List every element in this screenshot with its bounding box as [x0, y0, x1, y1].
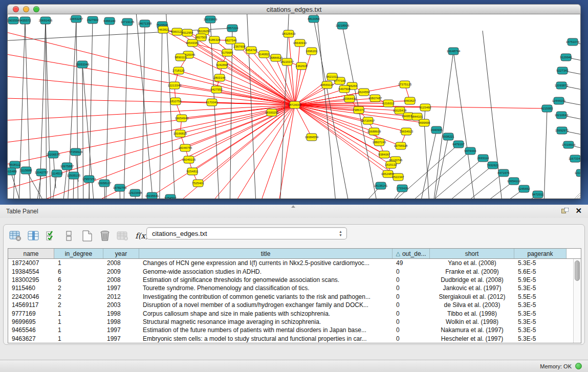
network-node-17016504[interactable]: 17016504 [562, 141, 576, 148]
network-node-15751074[interactable]: 15751074 [566, 38, 580, 46]
network-node-10653287[interactable]: 10653287 [70, 15, 83, 23]
network-node-20364436[interactable]: 20364436 [343, 95, 357, 102]
citation-edge[interactable] [8, 72, 295, 105]
citation-edge[interactable] [406, 165, 493, 199]
cell-year[interactable]: 1998 [103, 318, 139, 325]
cell-year[interactable]: 2012 [103, 293, 139, 300]
network-node-7463822[interactable]: 7463822 [157, 26, 169, 33]
cell-name[interactable]: 14569117 [8, 301, 54, 309]
network-node-9699695[interactable]: 9699695 [418, 119, 430, 126]
network-node-9254502[interactable]: 9254502 [164, 194, 177, 199]
cell-pagerank[interactable]: 5.6E-5 [514, 268, 567, 275]
citation-edge[interactable] [198, 105, 295, 183]
network-node-7525401[interactable]: 7525401 [192, 180, 204, 187]
network-window[interactable]: citations_edges.txt 94355722069140610653… [7, 4, 581, 199]
network-node-6466140[interactable]: 6466140 [103, 17, 116, 25]
network-node-19756928[interactable]: 19756928 [394, 142, 408, 149]
cell-in_degree[interactable]: 1 [54, 259, 103, 267]
network-node-16782759[interactable]: 16782759 [113, 184, 127, 191]
column-header-in_degree[interactable]: in_degree [54, 249, 103, 258]
cell-in_degree[interactable]: 6 [54, 268, 103, 275]
citation-edge[interactable] [424, 123, 429, 199]
network-node-7857224[interactable]: 7857224 [226, 25, 238, 32]
cell-short[interactable]: Tibbo et al. (1998) [430, 310, 514, 317]
table-row[interactable]: 969969511998Structural magnetic resonanc… [8, 318, 581, 326]
cell-title[interactable]: Tourette syndrome. Phenomenology and cla… [139, 285, 393, 292]
cell-short[interactable]: Yano et al. (2008) [430, 259, 514, 267]
citation-edge[interactable] [192, 43, 295, 105]
network-node-17957254[interactable]: 17957254 [82, 176, 96, 183]
table-row[interactable]: 911546021997Tourette syndrome. Phenomeno… [8, 284, 581, 292]
network-node-1696201[interactable]: 1696201 [306, 48, 318, 55]
citation-edge[interactable] [165, 14, 176, 199]
cell-out_degree[interactable]: 0 [393, 276, 430, 283]
cell-title[interactable]: Investigating the contribution of common… [139, 293, 393, 300]
citation-edge[interactable] [272, 105, 295, 199]
cell-short[interactable]: Hescheler et al. (1997) [430, 335, 514, 342]
cell-title[interactable]: Genome-wide association studies in ADHD. [139, 268, 393, 275]
table-row[interactable]: 1872400712008Changes of HCN gene express… [8, 259, 581, 267]
network-node-9242848[interactable]: 9242848 [216, 61, 228, 69]
network-node-16543382[interactable]: 16543382 [186, 39, 200, 47]
cell-pagerank[interactable]: 5.9E-5 [514, 276, 567, 283]
citation-edge[interactable] [246, 14, 256, 199]
network-node-1362615[interactable]: 1362615 [295, 62, 308, 70]
cell-year[interactable]: 1997 [103, 285, 139, 292]
cell-in_degree[interactable]: 1 [54, 335, 103, 342]
cell-in_degree[interactable]: 1 [54, 310, 103, 317]
network-node-15992971[interactable]: 15992971 [555, 127, 569, 134]
delete-table-icon[interactable] [116, 229, 129, 243]
cell-in_degree[interactable]: 6 [54, 276, 103, 283]
cell-in_degree[interactable]: 2 [54, 285, 103, 292]
network-node-2803144[interactable]: 2803144 [213, 74, 226, 81]
network-node-1615132[interactable]: 1615132 [385, 161, 397, 168]
cell-in_degree[interactable]: 2 [54, 301, 103, 309]
citation-edge[interactable] [189, 105, 295, 160]
cell-name[interactable]: 22420046 [8, 293, 54, 300]
column-header-name[interactable]: name [8, 249, 54, 258]
column-header-short[interactable]: short [430, 249, 514, 258]
network-window-titlebar[interactable]: citations_edges.txt [7, 4, 581, 14]
network-node-12923468[interactable]: 12923468 [128, 189, 142, 196]
network-node-7632621[interactable]: 7632621 [487, 162, 499, 169]
network-node-16046755[interactable]: 16046755 [179, 144, 192, 151]
network-node-9890113[interactable]: 9890113 [175, 54, 187, 61]
table-row[interactable]: 946362711997Embryonic stem cells: a mode… [8, 335, 581, 343]
network-node-2367608[interactable]: 2367608 [233, 43, 246, 50]
cell-short[interactable]: Jankovic et al. (1997) [430, 285, 514, 292]
table-scrollbar[interactable] [573, 259, 581, 343]
cell-name[interactable]: 9777169 [8, 310, 54, 317]
network-node-14569117[interactable]: 14569117 [320, 81, 334, 89]
network-node-12093872[interactable]: 12093872 [555, 82, 569, 89]
network-node-18300295[interactable]: 18300295 [265, 109, 279, 116]
cell-pagerank[interactable]: 5.3E-5 [514, 335, 567, 342]
network-node-19166825[interactable]: 19166825 [173, 130, 187, 137]
cell-name[interactable]: 9463627 [8, 335, 54, 342]
float-panel-icon[interactable] [561, 208, 569, 214]
network-node-15935541[interactable]: 15935541 [145, 192, 159, 199]
network-node-12103514[interactable]: 12103514 [575, 169, 581, 177]
citation-edge[interactable] [188, 55, 295, 105]
citation-edge[interactable] [8, 97, 295, 105]
citation-network-graph[interactable]: 9435572206914061065328715276026466140107… [8, 14, 581, 199]
column-header-year[interactable]: year [103, 249, 139, 258]
select-columns-icon[interactable] [27, 229, 40, 243]
network-node-9129946[interactable]: 9129946 [560, 54, 572, 61]
close-window-button[interactable] [13, 6, 19, 12]
cell-in_degree[interactable]: 1 [54, 318, 103, 325]
citation-edge[interactable] [142, 24, 145, 199]
network-node-12042757[interactable]: 12042757 [35, 169, 49, 176]
network-node-1115688[interactable]: 1115688 [20, 167, 32, 174]
cell-out_degree[interactable]: 0 [393, 268, 430, 275]
column-check-icon[interactable] [45, 229, 58, 243]
network-node-18807243[interactable]: 18807243 [373, 139, 386, 146]
network-node-11673341[interactable]: 11673341 [569, 155, 581, 162]
close-panel-icon[interactable]: ✕ [575, 206, 582, 215]
cell-title[interactable]: Embryonic stem cells: a model to study s… [139, 335, 393, 342]
cell-out_degree[interactable]: 0 [393, 335, 430, 342]
table-row[interactable]: 977716911998Corpus callosum shape and si… [8, 309, 581, 317]
network-node-20691406[interactable]: 20691406 [39, 17, 53, 24]
network-node-10688609[interactable]: 10688609 [367, 128, 381, 135]
cell-short[interactable]: Dudbridge et al. (2008) [430, 276, 514, 283]
network-node-20206576[interactable]: 20206576 [47, 151, 60, 158]
